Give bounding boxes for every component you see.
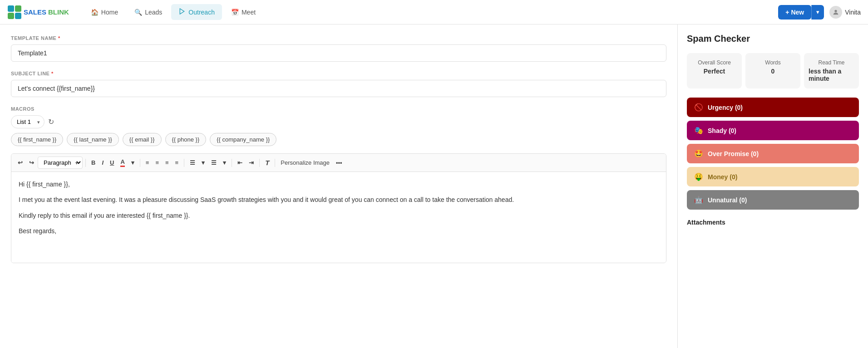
nav-home[interactable]: 🏠 Home [84, 5, 125, 20]
required-mark: * [58, 35, 60, 41]
paragraph-select-wrapper: Paragraph [38, 157, 83, 169]
redo-button[interactable]: ↪ [26, 157, 37, 168]
macro-tag-phone[interactable]: {{ phone }} [165, 133, 207, 146]
indent-more-button[interactable]: ⇥ [246, 157, 256, 168]
text-color-button[interactable]: A [118, 157, 127, 169]
nav-outreach-label: Outreach [188, 9, 215, 16]
read-time-label: Read Time [818, 59, 844, 66]
svg-rect-2 [8, 13, 14, 19]
editor-body[interactable]: Hi {{ first_name }}, I met you at the ev… [11, 172, 666, 263]
email-editor: ↩ ↪ Paragraph B I U A ▾ ≡ ≡ ≡ ≡ ☰ [11, 153, 666, 263]
personalize-image-button[interactable]: Personalize Image [278, 157, 332, 168]
underline-button[interactable]: U [107, 157, 117, 168]
shady-label: Shady (0) [708, 127, 736, 134]
spam-bar-money[interactable]: 🤑 Money (0) [687, 167, 859, 186]
over-promise-label: Over Promise (0) [708, 150, 759, 157]
logo-icon [7, 5, 22, 20]
logo-blink: BLINK [48, 8, 69, 16]
required-mark2: * [51, 71, 54, 76]
subject-line-group: SUBJECT LINE * [11, 71, 666, 97]
subject-line-label: SUBJECT LINE * [11, 71, 666, 76]
template-name-input[interactable] [11, 44, 666, 62]
nav-leads[interactable]: 🔍 Leads [127, 5, 169, 20]
new-button[interactable]: + New [778, 5, 811, 20]
separator6 [275, 159, 275, 167]
macro-tag-company[interactable]: {{ company_name }} [210, 133, 276, 146]
urgency-icon: 🚫 [694, 103, 703, 112]
separator5 [259, 159, 260, 167]
user-menu[interactable]: Vinita [829, 6, 861, 19]
overall-score-card: Overall Score Perfect [687, 53, 742, 88]
svg-point-5 [835, 10, 837, 12]
align-left-button[interactable]: ≡ [143, 157, 152, 168]
attachments-title: Attachments [687, 219, 859, 226]
nav-meet-label: Meet [242, 9, 256, 16]
read-time-card: Read Time less than a minute [804, 53, 859, 88]
nav-meet[interactable]: 📅 Meet [224, 5, 263, 20]
words-value: 0 [771, 68, 775, 75]
undo-button[interactable]: ↩ [15, 157, 25, 168]
paragraph-select[interactable]: Paragraph [38, 157, 83, 169]
separator4 [232, 159, 232, 167]
spam-bars: 🚫 Urgency (0) 🎭 Shady (0) 🤩 Over Promise… [687, 98, 859, 210]
words-label: Words [765, 59, 780, 66]
align-right-button[interactable]: ≡ [163, 157, 172, 168]
read-time-value: less than a minute [809, 68, 854, 82]
logo[interactable]: SALESBLINK [7, 5, 69, 20]
spam-bar-over-promise[interactable]: 🤩 Over Promise (0) [687, 144, 859, 163]
nav-home-label: Home [101, 9, 118, 16]
indent-less-button[interactable]: ⇤ [235, 157, 245, 168]
overall-score-value: Perfect [704, 68, 725, 75]
spam-bar-unnatural[interactable]: 🤖 Unnatural (0) [687, 190, 859, 210]
color-dropdown-button[interactable]: ▾ [128, 157, 137, 168]
new-button-dropdown[interactable]: ▾ [811, 5, 824, 20]
subject-line-input[interactable] [11, 80, 666, 97]
urgency-label: Urgency (0) [708, 104, 743, 111]
spam-checker-title: Spam Checker [687, 34, 859, 44]
bold-button[interactable]: B [89, 157, 98, 168]
words-card: Words 0 [745, 53, 800, 88]
user-name: Vinita [845, 9, 861, 16]
svg-rect-1 [15, 5, 21, 12]
macro-select-wrapper: List 1 [11, 115, 44, 128]
svg-rect-3 [15, 13, 21, 19]
nav-items: 🏠 Home 🔍 Leads Outreach 📅 Meet [84, 4, 779, 20]
unnatural-label: Unnatural (0) [708, 196, 747, 204]
macro-tag-firstname[interactable]: {{ first_name }} [11, 133, 63, 146]
align-justify-button[interactable]: ≡ [173, 157, 182, 168]
bullet-dropdown-button[interactable]: ▾ [199, 157, 207, 168]
score-cards: Overall Score Perfect Words 0 Read Time … [687, 53, 859, 88]
new-button-wrapper: + New ▾ [778, 5, 824, 20]
svg-rect-0 [8, 5, 14, 12]
italic-button[interactable]: I [99, 157, 106, 168]
number-dropdown-button[interactable]: ▾ [220, 157, 229, 168]
user-icon [832, 9, 839, 16]
macro-list-select[interactable]: List 1 [11, 115, 44, 128]
bullet-list-button[interactable]: ☰ [187, 157, 198, 168]
more-options-button[interactable]: ••• [333, 157, 345, 168]
macro-tag-lastname[interactable]: {{ last_name }} [67, 133, 119, 146]
overall-score-label: Overall Score [698, 59, 731, 66]
nav-outreach[interactable]: Outreach [171, 4, 222, 20]
template-name-label: TEMPLATE NAME * [11, 35, 666, 41]
separator3 [184, 159, 184, 167]
spam-bar-shady[interactable]: 🎭 Shady (0) [687, 121, 859, 140]
logo-sales: SALES [24, 8, 46, 16]
right-panel: Spam Checker Overall Score Perfect Words… [677, 25, 868, 348]
over-promise-icon: 🤩 [694, 149, 703, 158]
number-list-button[interactable]: ☰ [208, 157, 219, 168]
macro-tags: {{ first_name }} {{ last_name }} {{ emai… [11, 133, 666, 146]
main-container: TEMPLATE NAME * SUBJECT LINE * MACROS Li… [0, 25, 868, 348]
shady-icon: 🎭 [694, 126, 703, 135]
left-panel: TEMPLATE NAME * SUBJECT LINE * MACROS Li… [0, 25, 677, 348]
spam-bar-urgency[interactable]: 🚫 Urgency (0) [687, 98, 859, 117]
money-icon: 🤑 [694, 172, 703, 181]
navbar: SALESBLINK 🏠 Home 🔍 Leads Outreach 📅 Mee… [0, 0, 868, 25]
calendar-icon: 📅 [231, 9, 239, 16]
unnatural-icon: 🤖 [694, 196, 703, 204]
home-icon: 🏠 [91, 9, 99, 16]
macro-tag-email[interactable]: {{ email }} [123, 133, 162, 146]
refresh-button[interactable]: ↻ [48, 118, 54, 126]
clear-format-button[interactable]: T [262, 157, 272, 168]
align-center-button[interactable]: ≡ [153, 157, 162, 168]
